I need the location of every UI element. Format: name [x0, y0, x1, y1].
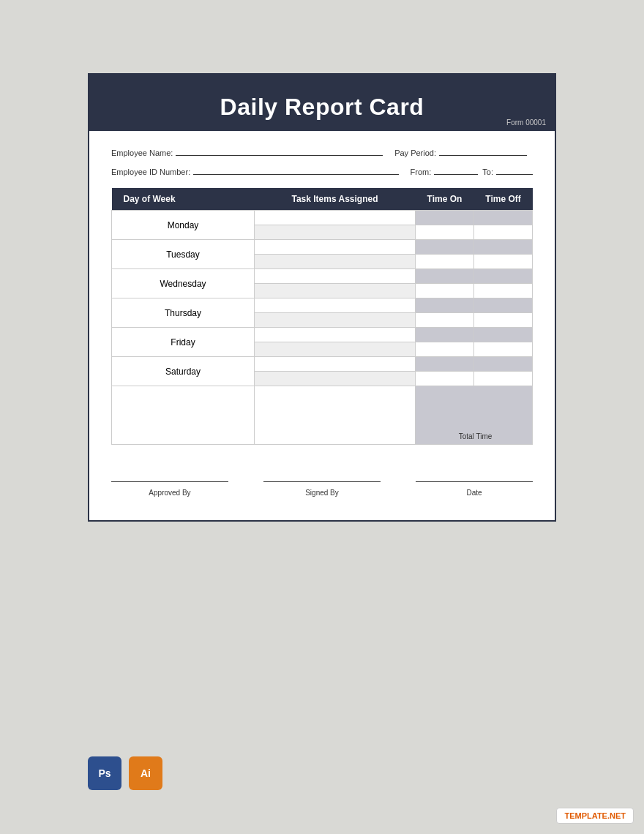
day-monday: Monday — [112, 211, 255, 240]
table-header-row: Day of Week Task Items Assigned Time On … — [112, 188, 533, 211]
table-row: Wednesday — [112, 269, 533, 284]
employee-id-row: Employee ID Number: From: To: — [111, 165, 533, 176]
signed-by-line — [263, 481, 381, 482]
time-on-wednesday-1[interactable] — [416, 269, 474, 284]
total-label-cell — [112, 386, 255, 445]
task-monday-1[interactable] — [255, 211, 416, 225]
table-row: Tuesday — [112, 240, 533, 255]
to-input[interactable] — [496, 165, 533, 175]
time-off-saturday-2[interactable] — [474, 372, 533, 386]
time-on-saturday-2[interactable] — [416, 372, 474, 386]
time-off-tuesday-2[interactable] — [474, 255, 533, 269]
date-line — [416, 481, 533, 482]
pay-period-input[interactable] — [439, 146, 527, 156]
time-on-thursday-1[interactable] — [416, 298, 474, 313]
software-icons: Ps Ai — [88, 756, 162, 790]
time-on-friday-1[interactable] — [416, 328, 474, 342]
employee-name-row: Employee Name: Pay Period: — [111, 146, 533, 157]
time-on-monday-1[interactable] — [416, 211, 474, 225]
task-thursday-2[interactable] — [255, 313, 416, 328]
day-thursday: Thursday — [112, 298, 255, 328]
task-friday-1[interactable] — [255, 328, 416, 342]
time-on-thursday-2[interactable] — [416, 313, 474, 328]
total-task-cell — [255, 386, 416, 445]
form-body: Employee Name: Pay Period: Employee ID N… — [89, 131, 555, 520]
report-card: Daily Report Card Form 00001 Employee Na… — [88, 73, 556, 522]
to-label: To: — [482, 168, 493, 176]
task-monday-2[interactable] — [255, 225, 416, 240]
from-label: From: — [411, 168, 432, 176]
time-on-tuesday-2[interactable] — [416, 255, 474, 269]
time-off-saturday-1[interactable] — [474, 357, 533, 372]
from-input[interactable] — [434, 165, 478, 175]
ps-label: Ps — [98, 767, 111, 779]
task-wednesday-2[interactable] — [255, 284, 416, 298]
employee-id-label: Employee ID Number: — [111, 168, 190, 176]
employee-name-label: Employee Name: — [111, 149, 173, 157]
total-time-label: Total Time — [459, 432, 493, 440]
day-tuesday: Tuesday — [112, 240, 255, 269]
col-day: Day of Week — [112, 188, 255, 211]
task-saturday-2[interactable] — [255, 372, 416, 386]
task-saturday-1[interactable] — [255, 357, 416, 372]
total-row: Total Time — [112, 386, 533, 445]
time-on-monday-2[interactable] — [416, 225, 474, 240]
employee-id-input[interactable] — [193, 165, 398, 175]
top-stripe — [89, 75, 555, 80]
table-row: Saturday — [112, 357, 533, 372]
report-table: Day of Week Task Items Assigned Time On … — [111, 188, 533, 445]
signed-by-block: Signed By — [263, 481, 381, 498]
time-off-thursday-1[interactable] — [474, 298, 533, 313]
time-off-wednesday-1[interactable] — [474, 269, 533, 284]
task-friday-2[interactable] — [255, 342, 416, 357]
approved-by-block: Approved By — [111, 481, 228, 498]
date-label: Date — [466, 489, 482, 497]
pay-period-label: Pay Period: — [394, 149, 436, 157]
header-bar: Daily Report Card Form 00001 — [89, 80, 555, 131]
day-wednesday: Wednesday — [112, 269, 255, 298]
template-badge: TEMPLATE.NET — [556, 808, 634, 824]
time-on-wednesday-2[interactable] — [416, 284, 474, 298]
form-number: Form 00001 — [506, 119, 546, 127]
ai-label: Ai — [141, 767, 151, 779]
time-off-friday-2[interactable] — [474, 342, 533, 357]
table-row: Friday — [112, 328, 533, 342]
time-off-thursday-2[interactable] — [474, 313, 533, 328]
task-tuesday-2[interactable] — [255, 255, 416, 269]
col-task: Task Items Assigned — [255, 188, 416, 211]
signature-section: Approved By Signed By Date — [111, 481, 533, 498]
col-time-on: Time On — [416, 188, 474, 211]
approved-by-label: Approved By — [149, 489, 190, 497]
task-thursday-1[interactable] — [255, 298, 416, 313]
report-title: Daily Report Card — [89, 94, 555, 121]
col-time-off: Time Off — [474, 188, 533, 211]
date-block: Date — [416, 481, 533, 498]
day-saturday: Saturday — [112, 357, 255, 386]
time-on-saturday-1[interactable] — [416, 357, 474, 372]
time-off-monday-1[interactable] — [474, 211, 533, 225]
approved-by-line — [111, 481, 228, 482]
time-off-monday-2[interactable] — [474, 225, 533, 240]
time-off-wednesday-2[interactable] — [474, 284, 533, 298]
time-on-friday-2[interactable] — [416, 342, 474, 357]
template-net-suffix: NET — [610, 811, 626, 820]
illustrator-icon: Ai — [129, 756, 162, 790]
time-off-tuesday-1[interactable] — [474, 240, 533, 255]
time-off-friday-1[interactable] — [474, 328, 533, 342]
table-row: Thursday — [112, 298, 533, 313]
time-on-tuesday-1[interactable] — [416, 240, 474, 255]
employee-name-input[interactable] — [176, 146, 383, 156]
signed-by-label: Signed By — [305, 489, 339, 497]
total-time-cell[interactable]: Total Time — [416, 386, 533, 445]
task-tuesday-1[interactable] — [255, 240, 416, 255]
table-row: Monday — [112, 211, 533, 225]
photoshop-icon: Ps — [88, 756, 121, 790]
day-friday: Friday — [112, 328, 255, 357]
template-net-label: TEMPLATE.NET — [564, 811, 626, 820]
task-wednesday-1[interactable] — [255, 269, 416, 284]
